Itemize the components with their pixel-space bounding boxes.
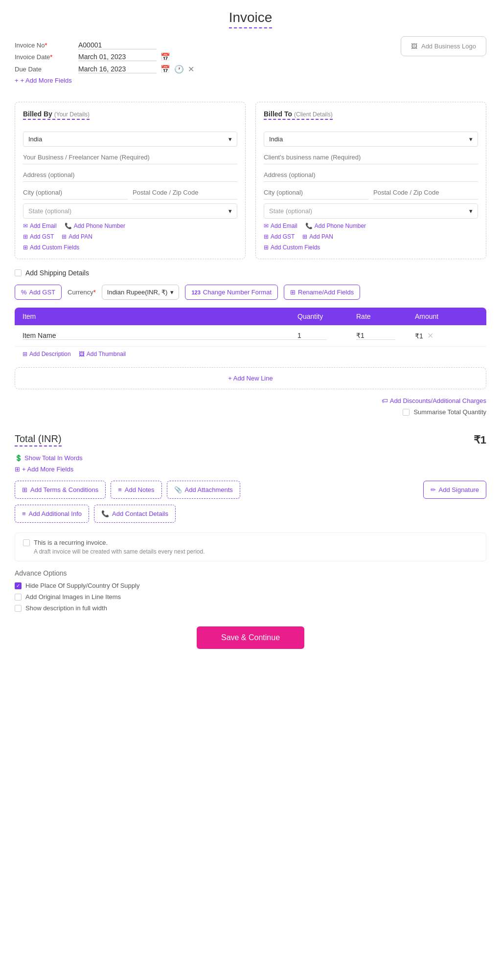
recurring-description: A draft invoice will be created with sam… bbox=[34, 548, 478, 555]
item-remove-button[interactable]: ✕ bbox=[427, 331, 433, 340]
due-date-calendar-icon[interactable]: 📅 bbox=[160, 65, 170, 74]
summarise-checkbox[interactable] bbox=[403, 409, 410, 416]
terms-icon: ⊞ bbox=[22, 486, 27, 493]
save-continue-button[interactable]: Save & Continue bbox=[197, 626, 304, 649]
items-table: Item Quantity Rate Amount ₹1 ✕ ⊞ Add Des… bbox=[15, 308, 486, 361]
billed-to-add-phone[interactable]: 📞 Add Phone Number bbox=[305, 223, 366, 229]
add-terms-button[interactable]: ⊞ Add Terms & Conditions bbox=[15, 481, 106, 499]
billed-by-add-gst[interactable]: ⊞ Add GST bbox=[23, 233, 54, 240]
due-date-clear-icon[interactable]: ✕ bbox=[188, 65, 194, 74]
shipping-row: Add Shipping Details bbox=[15, 269, 486, 277]
plus-icon: ⊞ bbox=[23, 233, 28, 240]
plus-icon: ⊞ bbox=[23, 351, 27, 357]
billed-by-add-custom[interactable]: ⊞ Add Custom Fields bbox=[23, 244, 79, 251]
billed-to-add-pan[interactable]: ⊞ Add PAN bbox=[302, 233, 333, 240]
header-item: Item bbox=[23, 312, 297, 320]
billed-by-state-select[interactable]: State (optional) ▾ bbox=[23, 203, 237, 219]
billed-by-postal[interactable] bbox=[133, 186, 237, 200]
change-number-format-button[interactable]: 123 Change Number Format bbox=[185, 285, 278, 300]
attachment-icon: 📎 bbox=[174, 486, 182, 493]
total-amount: ₹1 bbox=[474, 434, 486, 446]
show-total-words-button[interactable]: 💲 Show Total In Words bbox=[15, 454, 83, 462]
billed-to-add-custom[interactable]: ⊞ Add Custom Fields bbox=[264, 244, 320, 251]
header-rate: Rate bbox=[356, 312, 415, 320]
due-date-input[interactable]: March 16, 2023 bbox=[78, 65, 157, 73]
add-additional-info-button[interactable]: ≡ Add Additional Info bbox=[15, 505, 89, 523]
shipping-checkbox[interactable] bbox=[15, 269, 22, 276]
number-icon: 123 bbox=[191, 290, 200, 295]
add-discounts-button[interactable]: 🏷 Add Discounts/Additional Charges bbox=[382, 397, 486, 404]
billed-to-postal[interactable] bbox=[373, 186, 478, 200]
billed-by-add-email[interactable]: ✉ Add Email bbox=[23, 223, 57, 229]
billed-to-state-select[interactable]: State (optional) ▾ bbox=[264, 203, 478, 219]
totals-add-more-fields-button[interactable]: ⊞ + Add More Fields bbox=[15, 466, 73, 473]
invoice-date-calendar-icon[interactable]: 📅 bbox=[160, 52, 170, 62]
advance-title: Advance Options bbox=[15, 569, 486, 577]
image-icon: 🖼 bbox=[79, 351, 85, 357]
item-quantity-input[interactable] bbox=[297, 332, 327, 340]
plus-icon: ⊞ bbox=[15, 466, 20, 473]
header-quantity: Quantity bbox=[297, 312, 356, 320]
rename-add-fields-button[interactable]: ⊞ Rename/Add Fields bbox=[284, 285, 360, 300]
add-contact-details-button[interactable]: 📞 Add Contact Details bbox=[94, 505, 176, 523]
billed-by-country-select[interactable]: India ▾ bbox=[23, 132, 237, 147]
add-thumbnail-button[interactable]: 🖼 Add Thumbnail bbox=[79, 351, 126, 357]
billed-by-title: Billed By (Your Details) bbox=[23, 110, 90, 120]
chevron-down-icon: ▾ bbox=[469, 207, 473, 215]
email-icon: ✉ bbox=[264, 223, 269, 229]
currency-select[interactable]: Indian Rupee(INR, ₹) ▾ bbox=[102, 285, 180, 300]
billed-to-business-name[interactable] bbox=[264, 151, 478, 164]
billed-to-country-select[interactable]: India ▾ bbox=[264, 132, 478, 147]
billed-to-section: Billed To (Client Details) India ▾ State… bbox=[255, 102, 486, 259]
billed-to-add-gst[interactable]: ⊞ Add GST bbox=[264, 233, 295, 240]
invoice-no-label: Invoice No* bbox=[15, 42, 68, 49]
toolbar: % Add GST Currency* Indian Rupee(INR, ₹)… bbox=[15, 285, 486, 300]
dollar-circle-icon: 💲 bbox=[15, 454, 23, 462]
billed-to-address[interactable] bbox=[264, 168, 478, 182]
phone-icon: 📞 bbox=[101, 510, 109, 517]
item-name-input[interactable] bbox=[23, 332, 297, 340]
plus-icon: ⊞ bbox=[302, 233, 307, 240]
recurring-checkbox[interactable] bbox=[23, 539, 30, 546]
billed-by-address[interactable] bbox=[23, 168, 237, 182]
chevron-down-icon: ▾ bbox=[228, 207, 232, 215]
plus-icon: ⊞ bbox=[23, 244, 28, 251]
add-attachments-button[interactable]: 📎 Add Attachments bbox=[167, 481, 240, 499]
email-icon: ✉ bbox=[23, 223, 28, 229]
add-signature-button[interactable]: ✏ Add Signature bbox=[423, 481, 486, 499]
option1-checkbox[interactable] bbox=[15, 582, 22, 589]
add-new-line-button[interactable]: + Add New Line bbox=[15, 367, 486, 389]
shipping-label: Add Shipping Details bbox=[25, 269, 89, 277]
billed-to-add-email[interactable]: ✉ Add Email bbox=[264, 223, 297, 229]
add-description-button[interactable]: ⊞ Add Description bbox=[23, 351, 71, 357]
table-row: ₹1 ✕ ⊞ Add Description 🖼 Add Thumbnail bbox=[15, 325, 486, 361]
add-gst-button[interactable]: % Add GST bbox=[15, 285, 62, 300]
option2-checkbox[interactable] bbox=[15, 594, 22, 601]
chevron-down-icon: ▾ bbox=[469, 135, 473, 143]
billed-to-city[interactable] bbox=[264, 186, 368, 200]
add-notes-button[interactable]: ≡ Add Notes bbox=[111, 481, 161, 499]
billed-by-city[interactable] bbox=[23, 186, 128, 200]
billed-by-add-phone[interactable]: 📞 Add Phone Number bbox=[65, 223, 125, 229]
billed-by-section: Billed By (Your Details) India ▾ State (… bbox=[15, 102, 246, 259]
phone-icon: 📞 bbox=[65, 223, 72, 229]
plus-icon: + bbox=[15, 77, 19, 84]
option3-checkbox[interactable] bbox=[15, 605, 22, 612]
add-business-logo-button[interactable]: 🖼 Add Business Logo bbox=[401, 36, 486, 56]
invoice-date-label: Invoice Date* bbox=[15, 53, 68, 61]
summarise-label: Summarise Total Quantity bbox=[413, 408, 486, 416]
billed-by-business-name[interactable] bbox=[23, 151, 237, 164]
due-date-clock-icon[interactable]: 🕐 bbox=[174, 65, 184, 74]
recurring-label: This is a recurring invoice. bbox=[34, 539, 108, 546]
invoice-no-input[interactable]: A00001 bbox=[78, 41, 157, 49]
recurring-section: This is a recurring invoice. A draft inv… bbox=[15, 533, 486, 561]
add-more-fields-button[interactable]: + + Add More Fields bbox=[15, 77, 72, 84]
phone-icon: 📞 bbox=[305, 223, 313, 229]
advance-section: Advance Options Hide Place Of Supply/Cou… bbox=[15, 569, 486, 612]
item-rate-input[interactable] bbox=[356, 332, 395, 340]
invoice-date-input[interactable]: March 01, 2023 bbox=[78, 53, 157, 61]
billed-by-add-pan[interactable]: ⊞ Add PAN bbox=[62, 233, 92, 240]
option2-label: Add Original Images in Line Items bbox=[25, 593, 121, 601]
chevron-down-icon: ▾ bbox=[228, 135, 232, 143]
header-amount: Amount bbox=[415, 312, 478, 320]
